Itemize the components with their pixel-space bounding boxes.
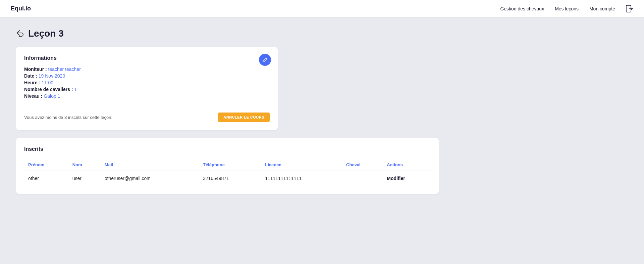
cell-telephone: 3216549871 — [199, 171, 261, 186]
col-actions: Actions — [383, 159, 431, 171]
inscrits-card: Inscrits Prénom Nom Mail Téléphone Licen… — [16, 138, 439, 194]
cancel-course-button[interactable]: ANNULER LE COURS — [218, 113, 270, 122]
modifier-link[interactable]: Modifier — [387, 176, 405, 181]
field-date: Date : 19 Nov 2020 — [24, 73, 270, 79]
header-nav: Gestion des chevaux Mes leçons Mon compt… — [500, 5, 633, 12]
cell-prenom: other — [24, 171, 68, 186]
header: Equi.io Gestion des chevaux Mes leçons M… — [0, 0, 644, 17]
table-header: Prénom Nom Mail Téléphone Licence Cheval… — [24, 159, 431, 171]
cell-cheval — [342, 171, 383, 186]
logo: Equi.io — [11, 5, 31, 12]
field-niveau: Niveau : Galop 1 — [24, 93, 270, 99]
cell-licence: 11111111111111 — [261, 171, 342, 186]
cell-nom: user — [68, 171, 101, 186]
col-nom: Nom — [68, 159, 101, 171]
col-mail: Mail — [101, 159, 199, 171]
nav-horses[interactable]: Gestion des chevaux — [500, 6, 544, 11]
edit-button[interactable] — [259, 54, 271, 66]
col-licence: Licence — [261, 159, 342, 171]
logout-button[interactable] — [626, 5, 633, 12]
table-row: other user otheruser@gmail.com 321654987… — [24, 171, 431, 186]
page-title-row: Leçon 3 — [16, 28, 628, 39]
cancel-warning-text: Vous avez moins de 3 inscrits sur cette … — [24, 115, 112, 120]
col-telephone: Téléphone — [199, 159, 261, 171]
cancel-row: Vous avez moins de 3 inscrits sur cette … — [24, 107, 270, 122]
info-card-title: Informations — [24, 55, 270, 61]
page-title: Leçon 3 — [28, 28, 64, 39]
table-body: other user otheruser@gmail.com 321654987… — [24, 171, 431, 186]
field-heure: Heure : 11:00 — [24, 80, 270, 85]
cell-mail: otheruser@gmail.com — [101, 171, 199, 186]
inscrits-table-container: Prénom Nom Mail Téléphone Licence Cheval… — [24, 159, 431, 186]
back-icon[interactable] — [16, 29, 24, 39]
field-moniteur: Moniteur : teacher teacher — [24, 67, 270, 72]
inscrits-title: Inscrits — [24, 146, 431, 152]
nav-lessons[interactable]: Mes leçons — [555, 6, 579, 11]
inscrits-table: Prénom Nom Mail Téléphone Licence Cheval… — [24, 159, 431, 186]
col-cheval: Cheval — [342, 159, 383, 171]
field-nombre: Nombre de cavaliers : 1 — [24, 87, 270, 92]
main-content: Leçon 3 Informations Moniteur : teacher … — [0, 17, 644, 205]
col-prenom: Prénom — [24, 159, 68, 171]
nav-account[interactable]: Mon compte — [589, 6, 615, 11]
info-fields: Moniteur : teacher teacher Date : 19 Nov… — [24, 67, 270, 99]
cell-actions: Modifier — [383, 171, 431, 186]
info-card: Informations Moniteur : teacher teacher … — [16, 47, 278, 130]
